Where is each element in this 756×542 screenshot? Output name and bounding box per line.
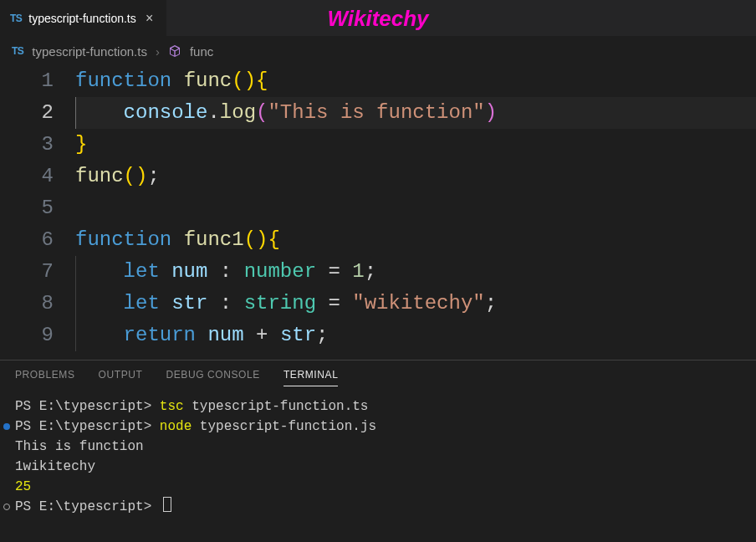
editor-tab-label: typescript-function.ts (28, 12, 135, 25)
line-number: 2 (0, 97, 54, 129)
code-line[interactable]: return num + str; (75, 320, 756, 351)
terminal-output-line: This is function (15, 437, 741, 457)
typescript-file-icon: TS (12, 45, 23, 57)
terminal-text: 1wikitechy (15, 459, 95, 474)
code-token: func (184, 69, 232, 92)
code-token: function (75, 69, 184, 92)
code-token: } (75, 133, 87, 156)
code-token: = (316, 292, 352, 314)
line-number: 4 (0, 161, 54, 192)
code-token: () (244, 228, 268, 251)
close-icon[interactable]: × (143, 12, 156, 25)
terminal-cursor (163, 497, 171, 512)
indent-guide (75, 97, 76, 129)
line-number: 5 (0, 192, 54, 224)
status-dot-icon (3, 423, 10, 430)
code-token: ; (365, 260, 376, 283)
line-number: 8 (0, 288, 54, 320)
code-line[interactable]: } (75, 129, 756, 161)
line-number: 3 (0, 129, 54, 161)
terminal-text: tsc (160, 399, 192, 414)
terminal-prompt: PS E:\typescript> (15, 499, 160, 514)
code-line[interactable] (75, 192, 756, 224)
terminal-command-line: PS E:\typescript> node typescript-functi… (15, 417, 741, 437)
breadcrumb[interactable]: TS typescript-function.ts › func (0, 37, 756, 65)
code-token: ( (256, 101, 268, 124)
tab-terminal[interactable]: TERMINAL (284, 369, 338, 386)
code-token: str (280, 324, 316, 346)
code-token: log (220, 101, 256, 124)
code-token: ) (485, 101, 497, 124)
status-ring-icon (3, 504, 10, 510)
code-line[interactable]: console.log("This is function") (75, 97, 756, 129)
line-number: 7 (0, 256, 54, 288)
code-line[interactable]: func(); (75, 161, 756, 192)
code-token: let (124, 292, 172, 314)
tab-problems[interactable]: PROBLEMS (15, 369, 75, 386)
code-line[interactable]: function func1(){ (75, 224, 756, 256)
code-token (75, 292, 124, 314)
terminal-output-line: 25 (15, 477, 741, 497)
code-token: { (256, 69, 268, 92)
code-editor[interactable]: 123456789 function func(){ console.log("… (0, 65, 756, 360)
code-line[interactable]: function func(){ (75, 65, 756, 97)
code-token: "This is function" (268, 101, 484, 124)
symbol-function-icon (168, 44, 181, 58)
code-token: str (171, 292, 207, 314)
code-token: () (232, 69, 256, 92)
code-token: string (244, 292, 316, 314)
tab-bar: TS typescript-function.ts × Wikitechy (0, 0, 756, 37)
terminal-command-line: PS E:\typescript> (15, 497, 741, 517)
code-token: : (207, 292, 243, 314)
code-token: let (124, 260, 172, 283)
terminal-text: node (160, 419, 200, 434)
code-line[interactable]: let str : string = "wikitechy"; (75, 288, 756, 320)
terminal[interactable]: PS E:\typescript> tsc typescript-functio… (0, 393, 756, 542)
indent-guide (75, 256, 76, 288)
bottom-panel: PROBLEMS OUTPUT DEBUG CONSOLE TERMINAL P… (0, 360, 756, 542)
code-line[interactable]: let num : number = 1; (75, 256, 756, 288)
line-number: 6 (0, 224, 54, 256)
code-token (75, 324, 124, 346)
tab-output[interactable]: OUTPUT (99, 369, 143, 386)
terminal-text: typescript-function.js (200, 419, 376, 434)
code-area[interactable]: function func(){ console.log("This is fu… (75, 65, 756, 360)
code-token: 1 (352, 260, 364, 283)
code-token: return (124, 324, 208, 346)
terminal-prompt: PS E:\typescript> (15, 399, 160, 414)
terminal-output-line: 1wikitechy (15, 457, 741, 477)
code-token: number (244, 260, 316, 283)
code-token: num (207, 324, 243, 346)
code-token: func1 (184, 228, 244, 251)
terminal-prompt: PS E:\typescript> (15, 419, 160, 434)
code-token: "wikitechy" (352, 292, 484, 314)
code-token: { (268, 228, 279, 251)
code-token (75, 260, 124, 283)
code-token: function (75, 228, 184, 251)
code-token: . (207, 101, 219, 124)
terminal-text: 25 (15, 479, 31, 494)
line-number: 1 (0, 65, 54, 97)
typescript-file-icon: TS (10, 13, 22, 24)
indent-guide (75, 320, 76, 351)
terminal-text: This is function (15, 439, 144, 454)
breadcrumb-file[interactable]: typescript-function.ts (32, 44, 147, 59)
code-token: console (124, 101, 208, 124)
chevron-right-icon: › (156, 44, 160, 59)
code-token: = (316, 260, 352, 283)
code-token: ; (485, 292, 497, 314)
code-token: num (171, 260, 207, 283)
terminal-command-line: PS E:\typescript> tsc typescript-functio… (15, 396, 741, 417)
code-token: + (244, 324, 280, 346)
breadcrumb-symbol[interactable]: func (190, 44, 213, 59)
code-token: : (207, 260, 243, 283)
code-token: ; (316, 324, 328, 346)
code-token: ; (147, 165, 159, 187)
editor-tab-typescript-function[interactable]: TS typescript-function.ts × (0, 0, 167, 36)
code-token: () (124, 165, 148, 187)
terminal-text: typescript-function.ts (192, 399, 368, 414)
code-token (75, 101, 124, 124)
brand-watermark: Wikitechy (327, 5, 428, 31)
panel-tab-bar: PROBLEMS OUTPUT DEBUG CONSOLE TERMINAL (0, 360, 756, 393)
tab-debug-console[interactable]: DEBUG CONSOLE (166, 369, 260, 386)
